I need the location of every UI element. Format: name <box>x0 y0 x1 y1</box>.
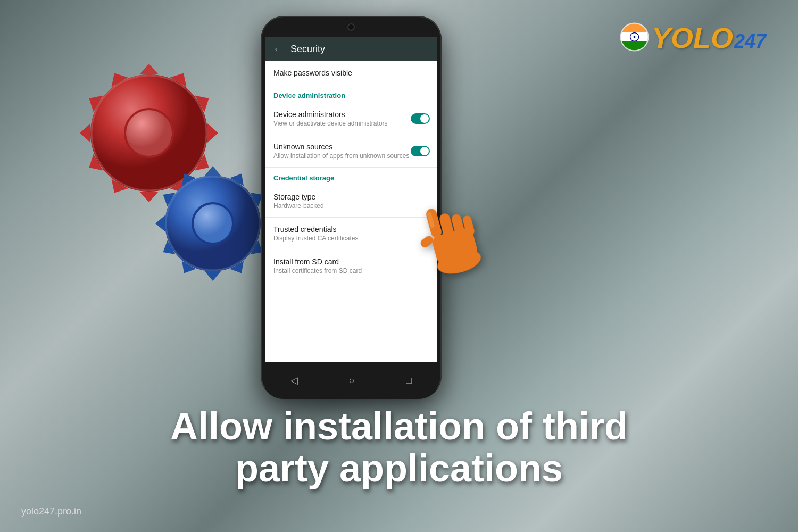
back-button[interactable]: ← <box>273 44 282 55</box>
section-title: Credential storage <box>273 174 429 182</box>
svg-marker-9 <box>80 123 90 143</box>
svg-marker-0 <box>139 64 159 74</box>
section-title: Device administration <box>273 92 429 99</box>
logo-flag <box>620 22 649 54</box>
setting-title: Device administrators <box>273 110 429 119</box>
svg-point-13 <box>125 109 173 157</box>
phone-screen: ← Security Make passwords visible Device… <box>265 37 437 362</box>
setting-make-passwords-visible[interactable]: Make passwords visible <box>265 61 437 85</box>
section-device-administration: Device administration <box>265 85 437 103</box>
svg-marker-24 <box>155 215 165 231</box>
svg-marker-3 <box>207 123 218 143</box>
svg-point-44 <box>633 36 635 38</box>
setting-title: Make passwords visible <box>273 69 429 77</box>
toggle-dot <box>420 114 429 123</box>
nav-back-icon[interactable]: ◁ <box>290 375 298 386</box>
logo-container: YOLO 247 <box>620 21 766 54</box>
screen-header: ← Security <box>265 37 437 61</box>
nav-recents-icon[interactable]: □ <box>406 375 412 386</box>
setting-subtitle: Install certificates from SD card <box>273 267 429 275</box>
device-admin-toggle[interactable] <box>411 113 430 124</box>
setting-title: Unknown sources <box>273 143 429 151</box>
unknown-sources-toggle[interactable] <box>411 146 430 156</box>
section-credential-storage: Credential storage <box>265 168 437 185</box>
setting-device-administrators[interactable]: Device administrators View or deactivate… <box>265 103 437 135</box>
bottom-title-container: Allow installation of third party applic… <box>0 405 798 489</box>
nav-home-icon[interactable]: ○ <box>349 375 355 386</box>
bottom-title-line1: Allow installation of third <box>170 405 628 447</box>
flag-svg <box>620 22 649 52</box>
logo-247: 247 <box>734 30 766 53</box>
phone-camera <box>347 23 355 31</box>
setting-subtitle: Hardware-backed <box>273 202 429 210</box>
website-url: yolo247.pro.in <box>21 506 81 517</box>
setting-subtitle: Allow installation of apps from unknown … <box>273 152 429 160</box>
logo-yolo: YOLO <box>652 21 733 54</box>
setting-subtitle: View or deactivate device administrators <box>273 120 429 127</box>
setting-title: Storage type <box>273 193 429 201</box>
setting-unknown-sources[interactable]: Unknown sources Allow installation of ap… <box>265 135 437 168</box>
svg-marker-21 <box>205 271 221 281</box>
phone-nav-bar: ◁ ○ □ <box>265 362 437 399</box>
svg-rect-34 <box>419 235 435 249</box>
screen-title: Security <box>290 44 325 55</box>
svg-marker-6 <box>139 192 159 202</box>
svg-point-28 <box>193 203 233 244</box>
toggle-dot <box>420 147 429 155</box>
bottom-title-line2: party applications <box>235 447 563 489</box>
